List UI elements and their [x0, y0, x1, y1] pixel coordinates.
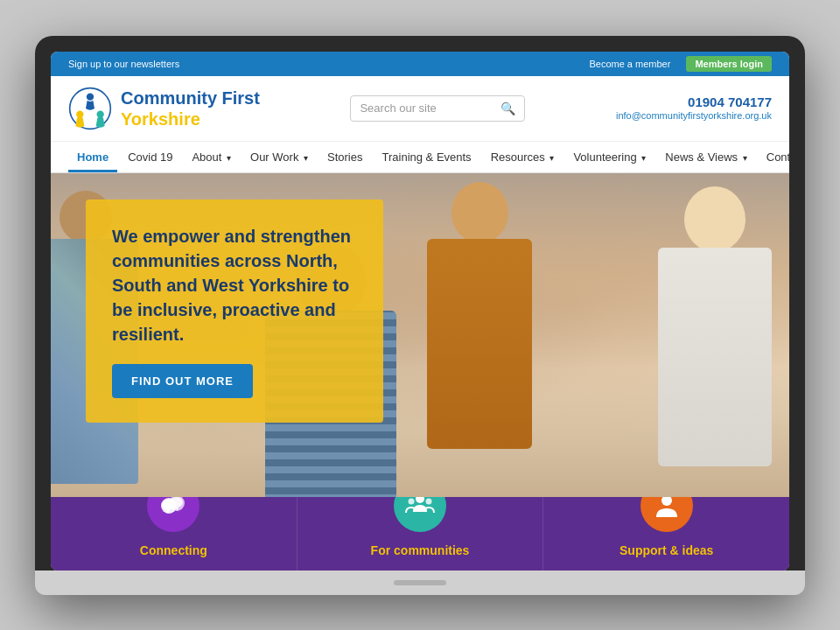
- nav-item-home[interactable]: Home: [68, 142, 117, 172]
- laptop-notch: [394, 580, 446, 585]
- communities-label: For communities: [371, 539, 470, 557]
- members-login-button[interactable]: Members login: [686, 56, 772, 72]
- nav-item-covid[interactable]: Covid 19: [119, 142, 181, 172]
- phone-number[interactable]: 01904 704177: [616, 94, 772, 109]
- nav-item-stories[interactable]: Stories: [318, 142, 371, 172]
- nav-item-our-work[interactable]: Our Work ▾: [242, 142, 317, 172]
- search-icon[interactable]: 🔍: [500, 102, 515, 116]
- svg-point-12: [409, 498, 415, 504]
- contact-area: 01904 704177 info@communityfirstyorkshir…: [616, 94, 772, 122]
- svg-point-2: [76, 110, 83, 117]
- nav-item-training[interactable]: Training & Events: [374, 142, 480, 172]
- support-label: Support & ideas: [620, 539, 713, 557]
- laptop-frame: Sign up to our newsletters Become a memb…: [35, 36, 805, 595]
- email-link[interactable]: info@communityfirstyorkshire.org.uk: [616, 110, 772, 121]
- svg-point-1: [87, 93, 94, 100]
- svg-point-9: [171, 497, 183, 508]
- top-bar: Sign up to our newsletters Become a memb…: [51, 52, 789, 76]
- nav-item-news[interactable]: News & Views ▾: [656, 142, 755, 172]
- become-member-link[interactable]: Become a member: [589, 59, 670, 69]
- find-out-more-button[interactable]: FIND OUT MORE: [112, 364, 253, 398]
- hero-content-box: We empower and strengthen communities ac…: [86, 200, 383, 423]
- search-box[interactable]: Search our site 🔍: [350, 95, 525, 122]
- browser-window: Sign up to our newsletters Become a memb…: [51, 52, 789, 570]
- hero-section: We empower and strengthen communities ac…: [51, 173, 789, 497]
- nav-item-about[interactable]: About ▾: [183, 142, 240, 172]
- cards-section: Connecting For communities: [51, 497, 789, 570]
- nav-item-resources[interactable]: Resources ▾: [482, 142, 564, 172]
- logo-line1: Community First: [121, 88, 260, 108]
- nav-item-volunteering[interactable]: Volunteering ▾: [564, 142, 654, 172]
- card-for-communities[interactable]: For communities: [298, 497, 544, 570]
- svg-point-3: [97, 110, 104, 117]
- top-bar-right: Become a member Members login: [589, 56, 772, 72]
- logo-area[interactable]: Community First Yorkshire: [68, 87, 260, 130]
- logo-text: Community First Yorkshire: [121, 88, 260, 130]
- search-placeholder-text: Search our site: [360, 102, 436, 115]
- card-connecting[interactable]: Connecting: [51, 497, 298, 570]
- person-center: [427, 182, 532, 449]
- laptop-base: [35, 570, 805, 595]
- hero-tagline: We empower and strengthen communities ac…: [112, 224, 357, 346]
- svg-point-13: [426, 498, 432, 504]
- main-navigation: Home Covid 19 About ▾ Our Work ▾ Stories…: [51, 142, 789, 173]
- card-support-ideas[interactable]: Support & ideas: [543, 497, 789, 570]
- logo-icon: [68, 87, 112, 130]
- newsletter-link[interactable]: Sign up to our newsletters: [68, 59, 179, 69]
- logo-line2: Yorkshire: [121, 108, 260, 130]
- person-right: [658, 186, 772, 466]
- nav-item-contact[interactable]: Contact: [758, 142, 789, 172]
- site-header: Community First Yorkshire Search our sit…: [51, 76, 789, 142]
- connecting-label: Connecting: [140, 539, 207, 557]
